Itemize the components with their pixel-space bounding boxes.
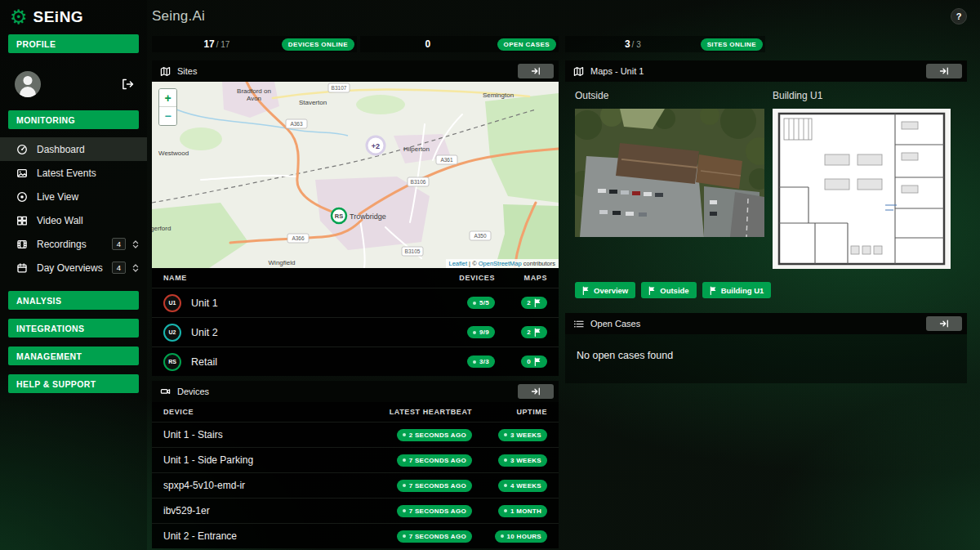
device-row[interactable]: Unit 1 - Side Parking 7 SECONDS AGO 3 WE… (152, 447, 559, 472)
flag-icon (534, 298, 541, 307)
monitoring-section-button[interactable]: MONITORING (8, 110, 139, 129)
overview-map-button[interactable]: Overview (575, 282, 635, 298)
maps-panel-body: Outside (565, 82, 967, 298)
stat-open-cases: 0 Open Cases (360, 36, 559, 52)
svg-text:B3105: B3105 (405, 248, 421, 254)
col-devices: DEVICES (416, 274, 495, 282)
stepper-icon[interactable] (131, 263, 140, 273)
uptime-pill: 10 HOURS (495, 530, 547, 543)
help-button[interactable]: ? (951, 8, 967, 25)
monitoring-menu: Dashboard Latest Events Live View Video … (0, 137, 147, 279)
site-initials-badge: RS (163, 353, 181, 371)
sites-export-button[interactable] (518, 64, 554, 78)
device-name: Unit 1 - Side Parking (163, 454, 325, 466)
site-row-retail[interactable]: RS Retail 3/3 0 (152, 347, 559, 376)
devices-panel-title: Devices (177, 387, 209, 396)
svg-text:B3107: B3107 (332, 85, 347, 91)
maps-column: Maps - Unit 1 Outside (565, 60, 967, 383)
heartbeat-pill: 7 SECONDS AGO (397, 505, 472, 517)
building-u1-floorplan-image[interactable] (773, 109, 951, 269)
maps-count-pill: 0 (521, 355, 547, 368)
device-row[interactable]: Unit 2 - Entrance 7 SECONDS AGO 10 HOURS (152, 523, 559, 548)
sites-map-icon (160, 66, 171, 77)
open-cases-panel-title: Open Cases (590, 319, 640, 329)
stat-sites-online: 3/ 3 Sites online (565, 36, 765, 52)
device-row[interactable]: ibv529-1er 7 SECONDS AGO 1 MONTH (152, 498, 559, 523)
svg-text:A361: A361 (440, 157, 453, 163)
export-icon (531, 387, 541, 396)
map-cluster-marker[interactable]: +2 (367, 136, 385, 154)
outside-aerial-image[interactable] (575, 109, 764, 237)
stats-row: 17/ 17 Devices online 0 Open Cases 3/ 3 … (152, 36, 967, 52)
sidebar-item-day-overviews[interactable]: Day Overviews 4 (0, 256, 147, 279)
no-open-cases-message: No open cases found (577, 350, 673, 361)
stat-value: 0 (425, 38, 430, 50)
recordings-icon (16, 239, 28, 250)
map-label-gerford: gerford (152, 225, 171, 232)
site-row-unit1[interactable]: U1 Unit 1 5/5 2 (152, 288, 559, 317)
maps-export-button[interactable] (926, 64, 962, 78)
map-label-bradford-2: Avon (247, 95, 261, 102)
stat-devices-online: 17/ 17 Devices online (152, 36, 357, 52)
avatar[interactable] (15, 71, 41, 97)
site-row-unit2[interactable]: U2 Unit 2 9/9 2 (152, 317, 559, 347)
devices-export-button[interactable] (518, 384, 554, 399)
device-name: ibv529-1er (163, 505, 325, 516)
map-zoom-control: + − (158, 88, 177, 126)
road-shield: B3107 (328, 83, 350, 92)
outside-map-button[interactable]: Outside (641, 282, 696, 298)
sidebar-item-recordings[interactable]: Recordings 4 (0, 232, 147, 256)
logout-button[interactable] (121, 78, 134, 91)
integrations-section-button[interactable]: INTEGRATIONS (8, 319, 139, 338)
logo: ⚙ SEiNG (0, 0, 147, 34)
sidebar-item-video-wall[interactable]: Video Wall (0, 208, 147, 232)
flag-icon (534, 357, 541, 366)
devices-count-pill: 3/3 (467, 355, 495, 368)
profile-button[interactable]: PROFILE (8, 34, 139, 53)
figure-label: Building U1 (773, 90, 951, 101)
sidebar: ⚙ SEiNG PROFILE MONITORING Dashboard Lat… (0, 0, 147, 550)
leaflet-link[interactable]: Leaflet (449, 260, 468, 267)
main-content: Seing.Ai ? 17/ 17 Devices online 0 Open … (147, 0, 980, 550)
device-row[interactable]: spxp4-5v10-emd-ir 7 SECONDS AGO 4 WEEKS (152, 472, 559, 498)
sidebar-item-live-view[interactable]: Live View (0, 185, 147, 208)
stepper-icon[interactable] (131, 239, 140, 249)
logo-text: SEiNG (33, 8, 84, 26)
open-cases-export-button[interactable] (926, 316, 962, 331)
map-label-semington: Semington (483, 92, 514, 99)
flag-icon (534, 328, 541, 337)
export-icon (939, 66, 949, 76)
help-support-section-button[interactable]: HELP & SUPPORT (8, 374, 139, 393)
stat-total: / 17 (216, 40, 230, 49)
heartbeat-pill: 2 SECONDS AGO (397, 429, 472, 441)
analysis-section-button[interactable]: ANALYSIS (8, 291, 139, 310)
flag-icon (648, 286, 656, 295)
day-overviews-count-badge: 4 (112, 262, 126, 274)
top-bar: Seing.Ai ? (152, 0, 967, 33)
sidebar-item-latest-events[interactable]: Latest Events (0, 161, 147, 185)
maps-panel-header: Maps - Unit 1 (565, 60, 967, 82)
sites-map[interactable]: + − (152, 82, 559, 268)
map-site-marker-rs[interactable]: RS (332, 208, 346, 223)
device-row[interactable]: Unit 1 - Stairs 2 SECONDS AGO 3 WEEKS (152, 422, 559, 447)
uptime-pill: 3 WEEKS (498, 429, 547, 441)
zoom-out-button[interactable]: − (159, 107, 176, 125)
map-canvas[interactable]: B3107 A363 B3106 A361 A366 B3105 A350 Br… (152, 82, 559, 268)
events-icon (16, 168, 28, 179)
map-label-staverton: Staverton (299, 99, 327, 106)
col-heartbeat: LATEST HEARTBEAT (325, 408, 472, 416)
col-device: DEVICE (163, 408, 325, 416)
device-name: Unit 1 - Stairs (163, 429, 325, 440)
sidebar-item-dashboard[interactable]: Dashboard (0, 137, 147, 161)
open-cases-badge: Open Cases (497, 38, 556, 51)
svg-text:A366: A366 (292, 235, 305, 241)
map-figure-outside: Outside (575, 90, 764, 237)
devices-camera-icon (160, 387, 171, 397)
sites-panel-header: Sites (152, 60, 559, 82)
osm-link[interactable]: OpenStreetMap (479, 260, 522, 267)
col-name: NAME (163, 274, 416, 282)
maps-count-pill: 2 (521, 297, 547, 309)
management-section-button[interactable]: MANAGEMENT (8, 347, 139, 365)
building-u1-map-button[interactable]: Building U1 (702, 282, 772, 298)
zoom-in-button[interactable]: + (159, 89, 176, 107)
